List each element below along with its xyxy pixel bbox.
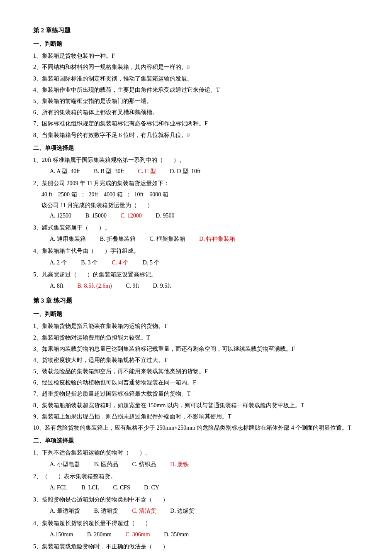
- option-a: A. 最适箱货: [50, 508, 80, 514]
- option-a: A. 12500: [50, 213, 71, 219]
- chapter3-judge-q1: 1、集装箱货物是指只能装在集装箱内运输的货物。T: [33, 321, 359, 331]
- chapter2-choice-q2: 2、某船公司 2009 年 11 月完成的集装箱货运量如下：: [33, 178, 359, 188]
- option-d: D. D 型 10ft: [170, 168, 200, 174]
- chapter2-judge-q6: 6、所有的集装箱的箱体上都设有叉槽和鹅颈槽。: [33, 107, 359, 117]
- option-a: A. 2 个: [50, 259, 67, 266]
- chapter3-judge-q7: 7、超重货物是指总质量超过国际标准箱最大载货量的货物。T: [33, 389, 359, 399]
- chapter2-choice-q3-options: A. 通用集装箱 B. 折叠集装箱 C. 框架集装箱 D. 特种集装箱: [50, 234, 359, 244]
- chapter2-section1-title: 一、判断题: [33, 39, 359, 49]
- option-c: C. 4 个: [112, 259, 129, 266]
- chapter2-choice-q4: 4、集装箱箱主代号由（ ）字符组成。: [33, 246, 359, 256]
- chapter3-title: 第 3 章 练习题: [33, 295, 359, 306]
- option-b: B. 医药品: [94, 461, 118, 467]
- chapter2-choice-q2-ask: 该公司 11 月完成的集装箱货运量为（ ）: [41, 200, 359, 210]
- option-d: D. 350mm: [164, 531, 189, 538]
- chapter3-judge-q9: 9、集装箱上如果出现凸损，则凸损未超过角配件外端面时，不影响其使用。T: [33, 411, 359, 422]
- chapter3-choice-q5: 5、集装箱装载危险货物时，不正确的做法是（ ）: [33, 541, 359, 552]
- chapter3-judge-q6: 6、经过检疫检验的动植物也可以同普通货物混装在同一箱内。F: [33, 377, 359, 388]
- option-c: C. 12000: [120, 213, 141, 219]
- option-c: C. C 型: [138, 168, 156, 174]
- chapter2-judge-q5: 5、集装箱的前端框架指的是设箱门的那一端。: [33, 96, 359, 106]
- option-d: D. 9500: [156, 213, 174, 219]
- option-c: C. CFS: [113, 484, 130, 491]
- chapter2-judge-q1: 1、集装箱是货物包装的一种。F: [33, 51, 359, 61]
- chapter2-choice-q5: 5、凡高宽超过（ ）的集装箱应设置高标记。: [33, 269, 359, 280]
- chapter2-judge-q4: 4、集装箱作业中所出现的载荷，主要是由角件来承受或通过它来传递。T: [33, 85, 359, 95]
- option-d: D. 5 个: [143, 259, 160, 266]
- chapter2-section2-title: 二、单项选择题: [33, 143, 359, 153]
- chapter3-judge-q8: 8、集装箱船舶装载超宽货箱时，如超宽量在 150mm 以内，则可以与普通集装箱一…: [33, 400, 359, 411]
- chapter3-choice-q2-options: A. FCL B. LCL C. CFS D. CY: [50, 482, 359, 493]
- option-a: A. 小型电器: [50, 461, 80, 467]
- option-b: B. LCL: [81, 484, 99, 491]
- chapter3-judge-q5: 5、装载危险品的集装箱卸空后，再不能用来装载其他类别的货物。F: [33, 366, 359, 377]
- option-b: B. 15000: [85, 213, 107, 219]
- chapter3-judge-q2: 2、集装箱货物对运输费用的负担能力较强。T: [33, 333, 359, 343]
- chapter3-judge-q10: 10、装有危险货物的集装箱上，应有航格不少于 250mm×250mm 的危险品类…: [33, 423, 359, 433]
- option-d: D. 边缘货: [170, 508, 195, 514]
- chapter3-choice-q4: 4、集装箱超长货物的超长量不得超过（ ）: [33, 518, 359, 528]
- option-d: D. 废铁: [170, 461, 189, 467]
- option-a: A. A 型 40ft: [50, 168, 80, 174]
- option-c: C. 清洁货: [132, 508, 156, 514]
- chapter2-choice-q2-data: 40 ft 2500 箱 ； 20ft 4000 箱 ； 10ft 6000 箱: [41, 189, 359, 200]
- chapter3-section2-title: 二、单项选择题: [33, 435, 359, 446]
- chapter2-judge-q8: 8、当集装箱箱号的有效数字不足 6 位时，有几位就标几位。F: [33, 130, 359, 140]
- option-a: A. 8ft: [50, 283, 63, 289]
- option-a: A. FCL: [50, 484, 68, 491]
- chapter3-choice-q3-options: A. 最适箱货 B. 适箱货 C. 清洁货 D. 边缘货: [50, 506, 359, 516]
- option-d: D. CY: [144, 484, 159, 491]
- chapter3-section1-title: 一、判断题: [33, 309, 359, 319]
- chapter2-choice-q2-options: A. 12500 B. 15000 C. 12000 D. 9500: [50, 210, 359, 221]
- chapter2-choice-q4-options: A. 2 个 B. 3 个 C. 4 个 D. 5 个: [50, 257, 359, 268]
- chapter3-choice-q2: 2、（ ）表示集装箱整箱货。: [33, 471, 359, 482]
- option-a: A. 通用集装箱: [50, 236, 86, 242]
- option-c: C. 纺织品: [132, 461, 156, 467]
- option-c: C. 306mm: [126, 531, 150, 538]
- option-c: C. 9ft: [126, 283, 139, 289]
- option-c: C. 框架集装箱: [149, 236, 185, 242]
- option-d: D. 9.5ft: [153, 283, 171, 289]
- option-b: B. 折叠集装箱: [100, 236, 136, 242]
- chapter3-container: 第 3 章 练习题 一、判断题 1、集装箱货物是指只能装在集装箱内运输的货物。T…: [33, 295, 359, 552]
- option-b: B. 280mm: [87, 531, 112, 538]
- chapter3-judge-q4: 4、货物密度较大时，适用的集装箱规格不宜过大。T: [33, 355, 359, 365]
- option-b: B. 适箱货: [94, 508, 118, 514]
- option-d: D. 特种集装箱: [199, 236, 235, 242]
- chapter3-choice-q1: 1、下列不适合集装箱运输的货物时（ ）。: [33, 447, 359, 458]
- chapter2-choice-q1: 1、20ft 标准箱属于国际集装箱规格第一系列中的（ ）。: [33, 155, 359, 165]
- chapter2-judge-q2: 2、不同结构和材料的同一规格集装箱，其内容积是一样的。F: [33, 62, 359, 72]
- chapter3-choice-q3: 3、按照货物是否适箱划分的货物类别中不含（ ）: [33, 494, 359, 505]
- chapter2-judge-q3: 3、集装箱国际标准的制定和贯彻，推动了集装箱运输的发展。: [33, 73, 359, 84]
- option-a: A.150mm: [50, 531, 73, 538]
- chapter3-choice-q4-options: A.150mm B. 280mm C. 306mm D. 350mm: [50, 529, 359, 540]
- chapter2-choice-q1-options: A. A 型 40ft B. B 型 30ft C. C 型 D. D 型 10…: [50, 166, 359, 176]
- chapter2-title: 第 2 章练习题: [33, 25, 359, 36]
- option-b: B. B 型 30ft: [94, 168, 124, 174]
- option-b: B. 3 个: [81, 259, 98, 266]
- chapter2-container: 第 2 章练习题 一、判断题 1、集装箱是货物包装的一种。F 2、不同结构和材料…: [33, 25, 359, 291]
- chapter2-choice-q5-options: A. 8ft B. 8.5ft (2.6m) C. 9ft D. 9.5ft: [50, 281, 359, 291]
- chapter3-judge-q3: 3、如果箱内装载货物的总量已达到集装箱标记载重量，而还有剩余空间，可以继续装载货…: [33, 344, 359, 354]
- chapter3-choice-q1-options: A. 小型电器 B. 医药品 C. 纺织品 D. 废铁: [50, 459, 359, 469]
- option-b: B. 8.5ft (2.6m): [77, 283, 112, 289]
- chapter2-choice-q3: 3、罐式集装箱属于（ ）。: [33, 222, 359, 233]
- chapter2-judge-q7: 7、国际标准化组织规定的集装箱标记有必备标记和作业标记两种。F: [33, 118, 359, 129]
